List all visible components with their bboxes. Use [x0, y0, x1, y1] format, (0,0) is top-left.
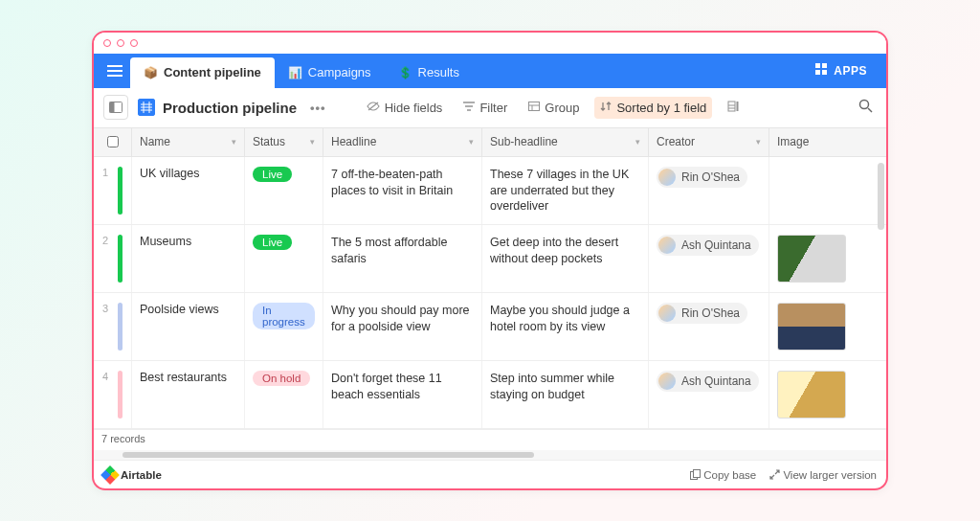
- tab-label: Results: [418, 65, 459, 79]
- filter-icon: [463, 101, 475, 114]
- view-name[interactable]: Production pipeline: [138, 99, 297, 116]
- scrollbar-thumb[interactable]: [878, 163, 884, 230]
- search-icon: [858, 99, 873, 113]
- apps-label: APPS: [834, 64, 867, 78]
- avatar-icon: [658, 373, 676, 390]
- cell-status[interactable]: In progress: [245, 293, 323, 360]
- cell-sub-headline[interactable]: These 7 villages in the UK are underrate…: [482, 157, 649, 225]
- column-header-headline[interactable]: Headline▾: [323, 128, 482, 156]
- tab-icon: 📊: [288, 66, 302, 79]
- table-body: 1UK villagesLive7 off-the-beaten-path pl…: [94, 157, 886, 430]
- svg-rect-3: [822, 70, 827, 75]
- column-header-sub[interactable]: Sub-headline▾: [482, 128, 649, 156]
- cell-sub-headline[interactable]: Step into summer while staying on budget: [482, 361, 649, 428]
- search-button[interactable]: [855, 95, 877, 120]
- tab-results[interactable]: 💲Results: [385, 57, 473, 88]
- sort-button[interactable]: Sorted by 1 field: [594, 97, 712, 119]
- traffic-light-icon: [103, 39, 111, 47]
- creator-chip: Ash Quintana: [657, 371, 759, 392]
- svg-rect-14: [737, 102, 739, 111]
- cell-image[interactable]: [769, 157, 886, 225]
- table-header: Name▾ Status▾ Headline▾ Sub-headline▾ Cr…: [94, 128, 886, 157]
- select-all-checkbox[interactable]: [107, 136, 119, 147]
- row-number: 2: [102, 235, 112, 246]
- scrollbar-thumb[interactable]: [122, 452, 534, 458]
- header-checkbox[interactable]: [94, 128, 132, 156]
- image-thumbnail[interactable]: [777, 371, 846, 419]
- filter-button[interactable]: Filter: [457, 97, 513, 119]
- apps-button[interactable]: APPS: [805, 57, 877, 84]
- copy-icon: [690, 469, 701, 480]
- column-header-creator[interactable]: Creator▾: [649, 128, 769, 156]
- chevron-down-icon: ▾: [232, 137, 236, 147]
- avatar-icon: [658, 237, 676, 254]
- view-toolbar: Production pipeline ••• Hide fields Filt…: [94, 88, 886, 128]
- apps-icon: [814, 62, 828, 79]
- column-header-status[interactable]: Status▾: [245, 128, 323, 156]
- creator-chip: Rin O'Shea: [657, 167, 747, 188]
- cell-name[interactable]: Museums: [132, 225, 245, 292]
- table-row[interactable]: 2MuseumsLiveThe 5 most affordable safari…: [94, 225, 886, 293]
- brand-label: Airtable: [121, 469, 162, 481]
- cell-status[interactable]: Live: [245, 157, 323, 225]
- cell-creator[interactable]: Ash Quintana: [649, 225, 769, 292]
- status-bar-icon: [118, 235, 122, 283]
- group-icon: [528, 101, 540, 114]
- vertical-scrollbar[interactable]: [877, 157, 884, 430]
- grid-view-icon: [138, 99, 155, 116]
- cell-headline[interactable]: Don't forget these 11 beach essentials: [323, 361, 482, 428]
- row-height-button[interactable]: [722, 97, 745, 119]
- menu-button[interactable]: [101, 57, 128, 84]
- status-bar-icon: [118, 371, 122, 419]
- logo-icon: [100, 465, 120, 485]
- horizontal-scrollbar[interactable]: [94, 450, 886, 460]
- cell-headline[interactable]: 7 off-the-beaten-path places to visit in…: [323, 157, 482, 225]
- image-thumbnail[interactable]: [777, 303, 846, 351]
- cell-headline[interactable]: Why you should pay more for a poolside v…: [323, 293, 482, 360]
- svg-rect-1: [822, 63, 827, 68]
- group-button[interactable]: Group: [523, 97, 585, 119]
- cell-image[interactable]: [769, 293, 886, 360]
- row-gutter: 2: [94, 225, 132, 292]
- cell-creator[interactable]: Rin O'Shea: [649, 293, 769, 360]
- group-label: Group: [545, 101, 579, 115]
- table-row[interactable]: 3Poolside viewsIn progressWhy you should…: [94, 293, 886, 361]
- table-row[interactable]: 4Best restaurantsOn holdDon't forget the…: [94, 361, 886, 429]
- row-number: 1: [102, 167, 112, 178]
- column-header-image[interactable]: Image: [769, 128, 886, 156]
- status-pill: Live: [253, 167, 292, 182]
- svg-point-15: [860, 101, 869, 109]
- cell-name[interactable]: UK villages: [132, 157, 245, 225]
- cell-name[interactable]: Best restaurants: [132, 361, 245, 428]
- view-name-label: Production pipeline: [163, 100, 297, 116]
- status-bar-icon: [118, 303, 122, 351]
- expand-icon: [769, 469, 780, 480]
- cell-status[interactable]: On hold: [245, 361, 323, 428]
- cell-sub-headline[interactable]: Get deep into the desert without deep po…: [482, 225, 649, 292]
- cell-headline[interactable]: The 5 most affordable safaris: [323, 225, 482, 292]
- copy-base-button[interactable]: Copy base: [690, 469, 756, 481]
- tab-icon: 💲: [398, 66, 412, 79]
- cell-name[interactable]: Poolside views: [132, 293, 245, 360]
- cell-sub-headline[interactable]: Maybe you should judge a hotel room by i…: [482, 293, 649, 360]
- tab-campaigns[interactable]: 📊Campaigns: [275, 57, 385, 88]
- svg-rect-11: [728, 102, 735, 111]
- cell-image[interactable]: [769, 225, 886, 292]
- cell-status[interactable]: Live: [245, 225, 323, 292]
- image-thumbnail[interactable]: [777, 235, 846, 283]
- chevron-down-icon: ▾: [756, 137, 761, 147]
- view-more-button[interactable]: •••: [306, 101, 330, 115]
- hide-fields-button[interactable]: Hide fields: [361, 97, 449, 119]
- creator-chip: Rin O'Shea: [657, 303, 747, 324]
- chevron-down-icon: ▾: [310, 137, 315, 147]
- cell-creator[interactable]: Ash Quintana: [649, 361, 769, 428]
- column-header-name[interactable]: Name▾: [132, 128, 245, 156]
- tab-content-pipeline[interactable]: 📦Content pipeline: [130, 57, 275, 88]
- table-row[interactable]: 1UK villagesLive7 off-the-beaten-path pl…: [94, 157, 886, 226]
- view-larger-button[interactable]: View larger version: [769, 469, 877, 481]
- cell-creator[interactable]: Rin O'Shea: [649, 157, 769, 225]
- sidebar-toggle-button[interactable]: [103, 95, 128, 120]
- avatar-icon: [658, 169, 676, 186]
- cell-image[interactable]: [769, 361, 886, 428]
- svg-rect-2: [815, 70, 820, 75]
